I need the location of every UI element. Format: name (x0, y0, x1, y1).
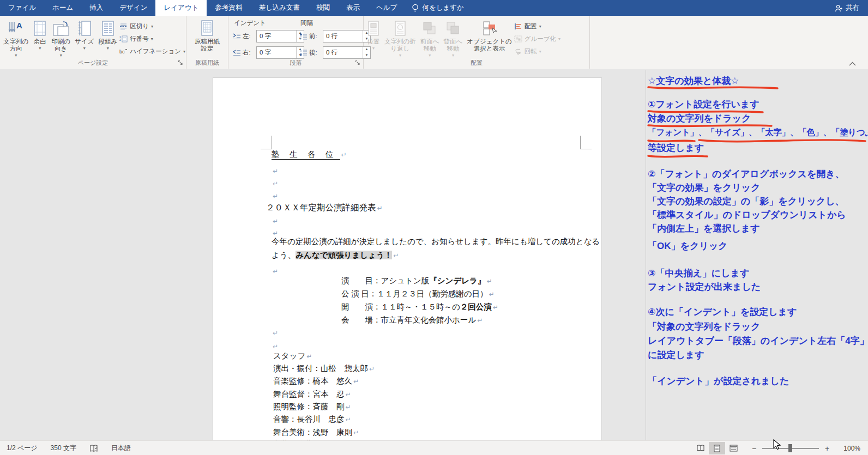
indent-right-value: 0 字 (257, 47, 296, 58)
zoom-out-button[interactable]: − (749, 444, 759, 453)
print-layout-button[interactable] (709, 442, 725, 454)
read-mode-button[interactable] (692, 442, 709, 454)
line-numbers-button[interactable]: 12 行番号 ▾ (119, 34, 185, 44)
doc-detail-line: 開 演：１１時～・１５時～の２回公演 (341, 302, 498, 313)
annotation-panel: ☆文字の効果と体裁☆ ①フォント設定を行います 対象の文字列をドラック 「フォン… (647, 69, 868, 440)
rotate-button[interactable]: 回転 ▾ (514, 46, 560, 56)
group-button[interactable]: グループ化 ▾ (514, 34, 560, 44)
doc-staff-line: 舞台監督：宮本 忍 (273, 389, 351, 400)
position-button[interactable]: 位置 ▾ (365, 18, 382, 51)
group-caret-icon: ▾ (558, 37, 560, 41)
margins-button[interactable]: 余白 ▾ (31, 18, 49, 51)
rotate-icon (514, 48, 522, 55)
tab-design[interactable]: デザイン (111, 0, 155, 16)
columns-label: 段組み (98, 38, 117, 45)
tab-references[interactable]: 参考資料 (207, 0, 250, 16)
bring-forward-label2: 移動 (424, 45, 436, 52)
align-button[interactable]: 配置 ▾ (514, 21, 560, 31)
breaks-button[interactable]: 区切り ▾ (119, 21, 185, 31)
svg-text:A: A (16, 21, 22, 30)
zoom-control: − + (749, 444, 832, 453)
tab-mailings[interactable]: 差し込み文書 (250, 0, 308, 16)
tab-insert[interactable]: 挿入 (81, 0, 111, 16)
orientation-button[interactable]: 印刷の 向き ▾ (49, 18, 73, 58)
share-button[interactable]: 共有 (826, 0, 868, 16)
tab-layout[interactable]: レイアウト (155, 0, 207, 16)
wrap-text-button[interactable]: 文字列の折 り返し ▾ (382, 18, 418, 58)
bring-forward-caret-icon: ▾ (429, 53, 431, 58)
doc-heading: 塾 生 各 位 (272, 149, 347, 160)
align-caret-icon: ▾ (539, 24, 541, 29)
tell-me-box[interactable]: 何をしますか (405, 0, 470, 16)
columns-caret-icon: ▾ (107, 46, 109, 51)
tab-help[interactable]: ヘルプ (368, 0, 405, 16)
page-indicator[interactable]: 1/2 ページ (0, 444, 44, 453)
text-direction-button[interactable]: A 文字列の 方向 ▾ (1, 18, 31, 58)
paragraph-dialog-launcher[interactable] (355, 60, 361, 66)
orientation-label2: 向き (55, 45, 67, 52)
annotation-line: 「標準スタイル」のドロップダウンリストから (648, 209, 846, 221)
proofing-status-icon[interactable] (83, 445, 105, 452)
spacing-before-label: 前: (309, 32, 321, 40)
annotation-title: ☆文字の効果と体裁☆ (648, 75, 739, 87)
columns-button[interactable]: 段組み ▾ (96, 18, 119, 51)
spacing-heading: 間隔 (300, 19, 371, 27)
selection-pane-label2: 選択と表示 (474, 45, 505, 52)
doc-title: ２０ＸＸ年定期公演詳細発表 (266, 202, 383, 214)
paragraph-mark (272, 266, 278, 277)
selection-pane-button[interactable]: オブジェクトの 選択と表示 (465, 18, 514, 53)
rotate-label: 回転 (525, 47, 537, 56)
doc-detail-line: 公 演 日：１１月２３日（勤労感謝の日） (341, 289, 495, 300)
indent-right-input[interactable]: 0 字 ▲▼ (256, 46, 304, 59)
annotation-line: 「対象の文字列をドラック (648, 320, 760, 333)
doc-staff-header: スタッフ (273, 351, 312, 362)
arrange-group-label: 配置 (364, 59, 589, 67)
bring-forward-icon (422, 19, 437, 38)
tab-view[interactable]: 表示 (338, 0, 368, 16)
indent-right-icon (233, 50, 241, 56)
paragraph-mark (272, 166, 278, 177)
tab-review[interactable]: 校閲 (308, 0, 338, 16)
hyphenation-button[interactable]: bc ハイフネーション ▾ (119, 46, 185, 56)
tab-home[interactable]: ホーム (44, 0, 81, 16)
word-count[interactable]: 350 文字 (44, 444, 83, 453)
text-direction-label: 文字列の (3, 38, 28, 45)
size-button[interactable]: サイズ ▾ (73, 18, 96, 51)
genko-paper-icon (200, 19, 214, 38)
zoom-percentage[interactable]: 100% (837, 445, 868, 452)
line-numbers-label: 行番号 (130, 35, 149, 43)
indent-left-input[interactable]: 0 字 ▲▼ (256, 30, 304, 43)
web-layout-button[interactable] (725, 442, 742, 454)
ribbon-group-page-setup: A 文字列の 方向 ▾ 余白 ▾ 印刷の 向き ▾ (0, 16, 186, 69)
zoom-slider-thumb[interactable] (788, 444, 792, 452)
bring-forward-button[interactable]: 前面へ 移動 ▾ (418, 18, 442, 58)
doc-staff-line: 音響：長谷川 忠彦 (273, 414, 351, 425)
rotate-caret-icon: ▾ (539, 49, 541, 54)
doc-staff-line: 舞台美術：浅野 康則 (273, 427, 359, 438)
line-numbers-icon: 12 (119, 35, 128, 43)
position-icon (367, 19, 380, 38)
spacing-after-icon (299, 50, 308, 56)
document-canvas: 塾 生 各 位 ２０ＸＸ年定期公演詳細発表 今年の定期公演の詳細が決定しましたの… (0, 69, 868, 440)
position-caret-icon: ▾ (372, 46, 375, 51)
indent-left-label: 左: (243, 32, 255, 40)
spacing-before-value: 0 行 (323, 31, 363, 42)
share-person-icon (835, 4, 843, 12)
bring-forward-label: 前面へ (420, 38, 439, 45)
language-indicator[interactable]: 日本語 (105, 444, 137, 453)
svg-text:bc: bc (119, 49, 125, 54)
zoom-slider[interactable] (762, 448, 819, 449)
wrap-text-label2: り返し (390, 45, 409, 52)
tab-file[interactable]: ファイル (0, 0, 44, 16)
collapse-ribbon-button[interactable] (849, 62, 856, 66)
send-backward-button[interactable]: 背面へ 移動 ▾ (442, 18, 465, 58)
genko-settings-button[interactable]: 原稿用紙 設定 (192, 18, 222, 53)
tell-me-label: 何をしますか (422, 3, 463, 13)
document-page[interactable]: 塾 生 各 位 ２０ＸＸ年定期公演詳細発表 今年の定期公演の詳細が決定しましたの… (213, 77, 602, 440)
annotation-panel-divider (646, 70, 646, 440)
zoom-in-button[interactable]: + (822, 444, 832, 453)
annotation-line: 「内側左上」を選択します (648, 222, 760, 235)
ribbon-tab-bar: ファイル ホーム 挿入 デザイン レイアウト 参考資料 差し込み文書 校閲 表示… (0, 0, 868, 16)
share-label: 共有 (846, 3, 859, 13)
page-setup-dialog-launcher[interactable] (178, 60, 184, 66)
